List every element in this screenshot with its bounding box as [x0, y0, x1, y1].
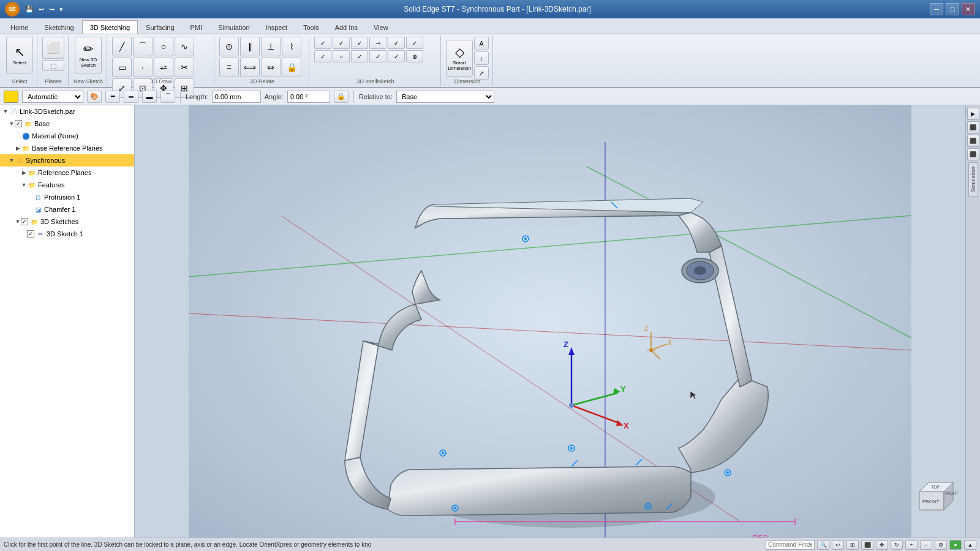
line-style-btn2[interactable]: ═ — [124, 91, 138, 103]
tab-home[interactable]: Home — [2, 20, 36, 34]
line-style-btn1[interactable]: ━ — [105, 91, 120, 103]
tree-root[interactable]: ▼ 📄 Link-3DSketch.par — [0, 105, 134, 118]
point-btn[interactable]: · — [133, 58, 153, 77]
ref-planes-expand-icon: ▶ — [21, 170, 27, 176]
zoom-window-btn[interactable]: ⬛ — [861, 540, 873, 550]
smart-dimension-button[interactable]: ◇ SmartDimension — [446, 40, 473, 77]
3d-sketches-checkbox[interactable] — [21, 218, 28, 225]
planes-btn2[interactable]: ⬚ — [42, 60, 64, 71]
statusbar-settings-btn[interactable]: ⚙ — [935, 540, 947, 550]
save-icon[interactable]: 💾 — [23, 6, 36, 13]
app-close-btn[interactable]: ✕ — [962, 3, 975, 15]
app-maximize-btn[interactable]: □ — [946, 3, 959, 15]
is-btn11[interactable]: ✓ — [388, 50, 405, 62]
tangent-btn[interactable]: ⌇ — [282, 37, 301, 56]
3d-sketch1-checkbox[interactable] — [27, 230, 34, 238]
tree-item-base-ref-planes[interactable]: ▶ 📁 Base Reference Planes — [0, 142, 134, 154]
line-width-btn[interactable]: ▬ — [142, 91, 157, 103]
smart-dimension-icon: ◇ — [455, 45, 464, 59]
arc-btn[interactable]: ⌒ — [133, 37, 153, 56]
view-cube[interactable]: FRONT RIGHT TOP — [910, 476, 959, 525]
tree-item-material[interactable]: 🔵 Material (None) — [0, 130, 134, 142]
is-btn2[interactable]: ✓ — [333, 37, 350, 49]
tab-simulation[interactable]: Simulation — [210, 20, 257, 34]
tab-surfacing[interactable]: Surfacing — [138, 20, 182, 34]
select-button[interactable]: ↖ Select — [6, 37, 33, 73]
is-btn8[interactable]: ○ — [333, 50, 350, 62]
planes-btn[interactable]: ⬜ — [42, 37, 64, 59]
equal-btn[interactable]: = — [219, 58, 239, 77]
tree-item-3d-sketch1[interactable]: ✏ 3D Sketch 1 — [0, 228, 134, 240]
perpendicular-btn[interactable]: ⊥ — [261, 37, 281, 56]
redo-icon[interactable]: ↪ — [47, 6, 56, 13]
is-btn9[interactable]: ✓ — [351, 50, 368, 62]
command-finder-input[interactable] — [766, 540, 815, 550]
is-btn5[interactable]: ✓ — [388, 37, 405, 49]
tab-tools[interactable]: Tools — [295, 20, 327, 34]
mirror-btn[interactable]: ⇌ — [154, 58, 173, 77]
dim-btn1[interactable]: A — [474, 37, 489, 50]
right-panel-btn2[interactable]: ⬛ — [967, 121, 979, 133]
statusbar-btn2[interactable]: ↩ — [832, 540, 844, 550]
color-picker-btn[interactable] — [4, 91, 18, 103]
viewport[interactable]: R50 Z Y X Z X — [135, 105, 965, 538]
line-cap-btn[interactable]: ⌒ — [160, 91, 175, 103]
trim-btn[interactable]: ✂ — [175, 58, 194, 77]
zoom-in-btn[interactable]: + — [905, 540, 918, 550]
app-minimize-btn[interactable]: ─ — [930, 3, 943, 15]
tree-item-chamfer1[interactable]: ◪ Chamfer 1 — [0, 203, 134, 216]
right-panel-btn1[interactable]: ▶ — [967, 108, 979, 120]
is-btn1[interactable]: ✓ — [314, 37, 331, 49]
zoom-out-btn[interactable]: − — [920, 540, 932, 550]
tree-item-features[interactable]: ▼ 📁 Features — [0, 179, 134, 191]
parallel-btn[interactable]: ∥ — [240, 37, 260, 56]
collinear-btn[interactable]: ⟺ — [240, 58, 260, 77]
statusbar-btn1[interactable]: 🔍 — [817, 540, 829, 550]
length-input[interactable] — [212, 91, 261, 103]
fix-btn[interactable]: 🔒 — [282, 58, 301, 77]
is-btn3[interactable]: ✓ — [351, 37, 368, 49]
dropdown-arrow-icon[interactable]: ▾ — [58, 6, 65, 13]
statusbar-up-btn[interactable]: ▲ — [964, 540, 976, 550]
is-btn6[interactable]: ✓ — [406, 37, 423, 49]
tab-view[interactable]: View — [366, 20, 396, 34]
statusbar-green-btn[interactable]: ● — [949, 540, 962, 550]
symmetric-btn[interactable]: ⇔ — [261, 58, 281, 77]
coincident-btn[interactable]: ⊙ — [219, 37, 239, 56]
tab-add-ins[interactable]: Add Ins — [327, 20, 366, 34]
simulation-tab[interactable]: Simulation — [968, 162, 978, 197]
angle-lock-btn[interactable]: 🔒 — [334, 91, 349, 103]
mode-dropdown[interactable]: Automatic — [22, 91, 83, 103]
tree-item-ref-planes[interactable]: ▶ 📁 Reference Planes — [0, 167, 134, 179]
new-3d-sketch-button[interactable]: ✏ New 3DSketch — [75, 37, 102, 73]
line-btn[interactable]: ╱ — [112, 37, 132, 56]
right-panel-btn4[interactable]: ⬛ — [967, 148, 979, 160]
base-checkbox[interactable] — [15, 120, 22, 127]
right-panel-btn3[interactable]: ⬛ — [967, 135, 979, 147]
zoom-fit-btn[interactable]: ⊞ — [846, 540, 859, 550]
tab-sketching[interactable]: Sketching — [36, 20, 81, 34]
angle-input[interactable] — [287, 91, 330, 103]
color-mode-btn[interactable]: 🎨 — [87, 91, 102, 103]
circle-btn[interactable]: ○ — [154, 37, 173, 56]
tree-item-synchronous[interactable]: ▼ ⬡ Synchronous — [0, 154, 134, 167]
relative-to-dropdown[interactable]: Base — [396, 91, 494, 103]
is-btn4[interactable]: ⊸ — [369, 37, 386, 49]
tab-pmi[interactable]: PMI — [183, 20, 211, 34]
is-btn7[interactable]: ✓ — [314, 50, 331, 62]
rect-btn[interactable]: ▭ — [112, 58, 132, 77]
undo-icon[interactable]: ↩ — [37, 6, 46, 13]
tab-3d-sketching[interactable]: 3D Sketching — [82, 20, 138, 34]
tree-item-base[interactable]: ▼ 📁 Base — [0, 118, 134, 130]
tab-inspect[interactable]: Inspect — [258, 20, 295, 34]
options-bar: Automatic 🎨 ━ ═ ▬ ⌒ Length: Angle: 🔒 Rel… — [0, 88, 980, 105]
rotate-btn[interactable]: ↻ — [891, 540, 903, 550]
tree-item-protrusion1[interactable]: ⊡ Protrusion 1 — [0, 191, 134, 203]
is-btn12[interactable]: ⊗ — [406, 50, 423, 62]
spline-btn[interactable]: ∿ — [175, 37, 194, 56]
dim-btn2[interactable]: ↕ — [474, 51, 489, 65]
planes-group-label: Planes — [45, 77, 62, 84]
pan-btn[interactable]: ✥ — [876, 540, 888, 550]
tree-item-3d-sketches[interactable]: ▼ 📁 3D Sketches — [0, 216, 134, 228]
is-btn10[interactable]: ✓ — [369, 50, 386, 62]
